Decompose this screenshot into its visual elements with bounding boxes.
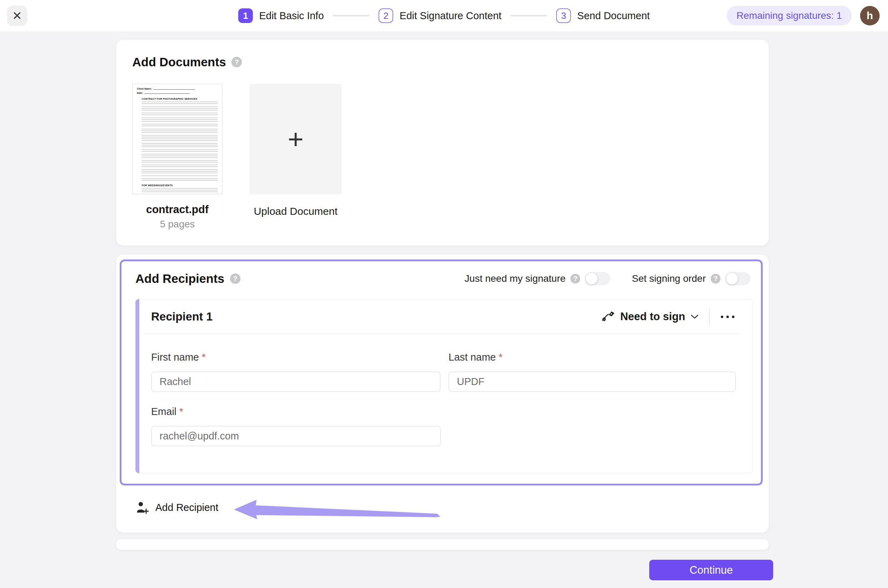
help-icon[interactable]: ? [711,274,721,284]
just-need-my-signature-toggle-group: Just need my signature ? [465,272,611,285]
last-name-input[interactable] [449,371,736,392]
top-bar: ✕ 1 Edit Basic Info 2 Edit Signature Con… [0,0,888,32]
add-recipients-card: Add Recipients ? Just need my signature … [116,255,769,532]
required-star: * [179,406,183,417]
dot-icon [726,316,729,318]
last-name-label: Last name [449,351,496,363]
add-recipient-label: Add Recipient [155,502,218,513]
upload-document-item: + Upload Document [250,84,342,217]
step-2-label: Edit Signature Content [400,10,501,22]
dot-icon [721,316,723,318]
step-connector [511,15,547,16]
stepper: 1 Edit Basic Info 2 Edit Signature Conte… [238,0,650,32]
thumb-date-label: Date: [137,92,143,94]
help-icon[interactable]: ? [570,274,580,284]
plus-icon: + [287,126,304,153]
step-edit-signature-content[interactable]: 2 Edit Signature Content [379,8,501,23]
close-button[interactable]: ✕ [7,6,27,26]
chevron-down-icon [690,314,699,320]
close-icon: ✕ [12,9,23,22]
document-page-count: 5 pages [160,219,195,230]
set-signing-order-label: Set signing order [632,273,706,284]
thumb-client-name-label: Client Name: [137,87,152,90]
set-signing-order-toggle-group: Set signing order ? [632,272,751,285]
required-star: * [202,351,206,363]
step-3-badge: 3 [556,8,571,23]
add-documents-card: Add Documents ? Client Name: Date: CONTR… [116,40,769,246]
add-recipients-highlight: Add Recipients ? Just need my signature … [120,260,763,486]
email-field-group: Email* [151,406,441,446]
email-label: Email [151,406,177,417]
first-name-input[interactable] [151,371,441,392]
set-signing-order-switch[interactable] [725,272,751,285]
recipient-card: Recipient 1 Need to sign [135,299,753,473]
avatar[interactable]: h [860,6,880,26]
recipient-more-menu[interactable] [719,312,736,321]
continue-button[interactable]: Continue [649,560,773,580]
just-need-my-signature-label: Just need my signature [465,273,566,284]
document-item: Client Name: Date: CONTRACT FOR PHOTOGRA… [132,84,222,230]
step-2-badge: 2 [379,8,393,23]
step-connector [333,15,370,16]
recipient-role-dropdown[interactable]: Need to sign [601,310,699,323]
remaining-signatures-badge: Remaining signatures: 1 [727,6,852,26]
document-name: contract.pdf [146,203,208,216]
next-section-card-edge [116,539,769,550]
document-thumbnail[interactable]: Client Name: Date: CONTRACT FOR PHOTOGRA… [132,84,222,194]
signature-pen-icon [601,311,616,322]
thumb-heading: CONTRACT FOR PHOTOGRAPHIC SERVICES [142,98,218,100]
recipient-accent-bar [135,299,139,473]
recipient-role-label: Need to sign [620,310,685,323]
help-icon[interactable]: ? [230,273,241,284]
just-need-my-signature-switch[interactable] [585,272,610,285]
first-name-field-group: First name* [151,351,441,392]
add-recipient-button[interactable]: Add Recipient [136,501,218,514]
help-icon[interactable]: ? [232,57,242,67]
add-recipients-title: Add Recipients [135,272,224,286]
upload-document-label: Upload Document [254,206,337,217]
first-name-label: First name [151,351,199,363]
step-1-badge: 1 [238,8,253,23]
sign-document-screen: ✕ 1 Edit Basic Info 2 Edit Signature Con… [0,0,888,588]
divider [709,309,710,324]
step-1-label: Edit Basic Info [259,10,324,22]
upload-document-tile[interactable]: + [250,84,342,194]
step-3-label: Send Document [577,10,650,22]
step-send-document[interactable]: 3 Send Document [556,8,650,23]
thumb-subheading: FOR WEDDINGS/EVENTS [142,184,218,187]
topbar-right: Remaining signatures: 1 h [727,0,880,32]
required-star: * [498,351,502,363]
last-name-field-group: Last name* [449,351,736,392]
add-documents-title: Add Documents [132,55,226,69]
add-user-icon [136,501,149,514]
email-input[interactable] [151,426,441,446]
step-edit-basic-info[interactable]: 1 Edit Basic Info [238,8,324,23]
recipient-name: Recipient 1 [151,310,212,323]
dot-icon [732,316,734,318]
